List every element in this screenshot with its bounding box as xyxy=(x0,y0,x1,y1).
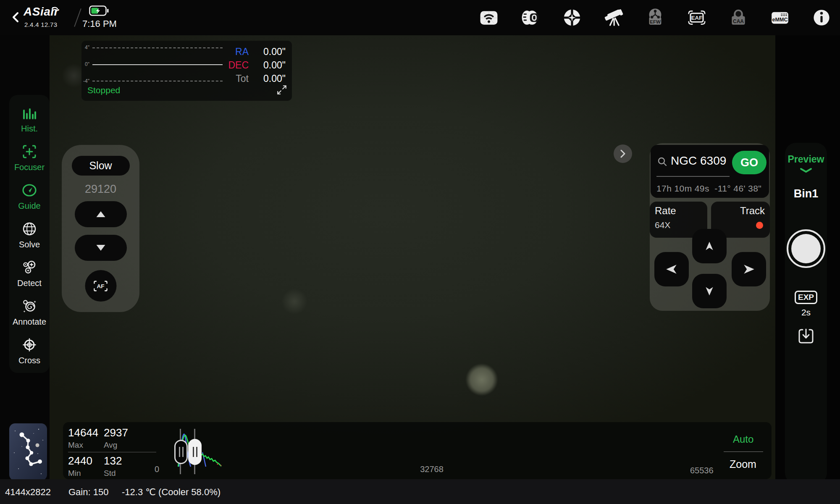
goto-search-card: NGC 6309 GO 17h 10m 49s -11° 46' 38" xyxy=(651,145,769,198)
sidebar-item-label: Solve xyxy=(19,240,40,249)
guide-gridline-top xyxy=(92,47,223,48)
white-point-slider-handle[interactable] xyxy=(188,439,202,465)
capture-panel: Preview Bin1 EXP 2s xyxy=(785,143,827,484)
exposure-value: 2s xyxy=(785,307,827,318)
bottom-status-bar: 4144x2822 Gain: 150 -12.3 ℃ (Cooler 58.0… xyxy=(0,479,840,504)
bright-star-blob xyxy=(466,364,498,396)
expand-icon[interactable] xyxy=(276,84,287,97)
guide-axis-mid-label: 0" xyxy=(85,61,89,67)
arrow-down-icon xyxy=(703,286,716,297)
arrow-left-icon xyxy=(665,264,678,275)
focuser-out-button[interactable] xyxy=(75,235,127,261)
auto-stretch-button[interactable]: Auto xyxy=(733,433,753,445)
efw-filter-wheel-icon[interactable]: EFW xyxy=(645,8,665,28)
sidebar-item-label: Annotate xyxy=(13,317,46,327)
triangle-down-icon xyxy=(95,244,106,252)
svg-text:AF: AF xyxy=(97,283,105,289)
crosshair-icon xyxy=(21,337,37,354)
svg-text:CAA: CAA xyxy=(733,18,744,24)
eaf-focuser-icon[interactable]: EAF xyxy=(687,8,707,28)
af-icon: AF xyxy=(93,280,109,292)
svg-text:eMMC: eMMC xyxy=(772,17,788,23)
mount-control-panel: NGC 6309 GO 17h 10m 49s -11° 46' 38" Rat… xyxy=(650,143,770,311)
focuser-position: 29120 xyxy=(62,183,139,196)
tot-value: 0.00" xyxy=(239,73,286,84)
capture-mode-selector[interactable]: Preview xyxy=(785,154,827,165)
chevron-right-icon xyxy=(620,150,626,158)
info-icon[interactable] xyxy=(811,8,832,28)
top-bar: ASiair 2.4.4 12.73 7:16 PM xyxy=(0,0,840,35)
triangle-up-icon xyxy=(95,210,106,218)
asiair-app: ASiair 2.4.4 12.73 7:16 PM xyxy=(0,0,840,504)
annotate-galaxy-icon xyxy=(21,299,37,315)
telescope-mount-icon[interactable] xyxy=(604,8,624,28)
faint-blob xyxy=(281,289,307,315)
histogram-std-value: 132 xyxy=(104,454,122,467)
sidebar-item-label: Detect xyxy=(17,278,42,288)
panel-collapse-button[interactable] xyxy=(614,144,632,163)
slew-right-button[interactable] xyxy=(732,252,766,286)
camera-icon[interactable] xyxy=(520,8,541,28)
shutter-inner-circle xyxy=(791,234,821,263)
histogram-bar: 14644 Max 2937 Avg 2440 Min 132 Std 0 32… xyxy=(63,422,772,479)
binning-selector[interactable]: Bin1 xyxy=(785,187,827,200)
save-download-icon[interactable] xyxy=(785,328,827,347)
sidebar-item-solve[interactable]: Solve xyxy=(9,216,50,255)
scale-max-label: 65536 xyxy=(690,466,714,475)
black-point-slider-handle[interactable] xyxy=(174,440,188,464)
sidebar-item-cross[interactable]: Cross xyxy=(9,332,50,370)
focuser-speed-label: Slow xyxy=(89,160,112,172)
slew-up-button[interactable] xyxy=(692,229,727,263)
clock: 7:16 PM xyxy=(82,18,117,29)
detect-stars-icon xyxy=(21,260,37,277)
header-divider xyxy=(74,8,81,27)
svg-text:EAF: EAF xyxy=(691,15,702,21)
histogram-max-value: 14644 xyxy=(68,426,98,439)
auto-zoom-divider xyxy=(724,452,763,452)
search-icon xyxy=(657,156,668,169)
caa-rotator-icon[interactable]: CAA xyxy=(728,8,748,28)
histogram-icon xyxy=(21,105,37,122)
shutter-button[interactable] xyxy=(787,229,825,268)
sidebar-item-label: Cross xyxy=(18,356,40,365)
guide-gridline-bottom xyxy=(92,81,223,81)
dec-value: 0.00" xyxy=(239,60,286,71)
rate-value: 64X xyxy=(655,220,670,230)
target-search-input[interactable]: NGC 6309 xyxy=(671,154,726,168)
arrow-right-icon xyxy=(742,264,756,275)
sidebar-item-annotate[interactable]: Annotate xyxy=(9,293,50,332)
focuser-speed-button[interactable]: Slow xyxy=(72,156,130,176)
emmc-storage-icon[interactable]: eMMC xyxy=(770,8,790,28)
sidebar-item-label: Hist. xyxy=(21,124,38,134)
focuser-icon xyxy=(21,144,37,161)
tracking-indicator-dot xyxy=(756,222,763,229)
ra-value: 0.00" xyxy=(239,46,286,58)
tools-sidebar: Hist. Focuser Guide Solve Detect Annotat… xyxy=(9,95,50,373)
wifi-station-icon[interactable] xyxy=(479,8,499,28)
focuser-in-button[interactable] xyxy=(75,201,127,227)
chevron-down-icon xyxy=(785,167,827,175)
guide-scope-icon[interactable] xyxy=(562,8,582,28)
zoom-button[interactable]: Zoom xyxy=(730,458,756,470)
asiair-logo: ASiair xyxy=(24,5,59,18)
slew-down-button[interactable] xyxy=(692,274,727,308)
sidebar-item-guide[interactable]: Guide xyxy=(9,177,50,216)
target-coordinates: 17h 10m 49s -11° 46' 38" xyxy=(656,184,761,194)
track-label: Track xyxy=(740,205,765,217)
exposure-button[interactable]: EXP xyxy=(795,291,817,304)
autofocus-button[interactable]: AF xyxy=(85,270,116,302)
guide-graph-panel[interactable]: 4" 0" -4" RA 0.00" DEC 0.00" Tot 0.00" S… xyxy=(81,41,292,101)
goto-button[interactable]: GO xyxy=(732,151,766,174)
sidebar-item-histogram[interactable]: Hist. xyxy=(9,100,50,139)
guide-axis-top-label: 4" xyxy=(85,45,89,50)
back-button[interactable] xyxy=(10,10,22,24)
sidebar-item-focuser[interactable]: Focuser xyxy=(9,139,50,177)
guide-icon xyxy=(21,183,37,200)
sidebar-item-label: Focuser xyxy=(14,163,45,172)
sky-atlas-thumbnail[interactable] xyxy=(9,423,47,480)
histogram-min-label: Min xyxy=(68,469,81,478)
stats-divider xyxy=(68,452,156,452)
slew-left-button[interactable] xyxy=(654,252,689,286)
histogram-avg-value: 2937 xyxy=(104,426,128,439)
sidebar-item-detect[interactable]: Detect xyxy=(9,255,50,293)
